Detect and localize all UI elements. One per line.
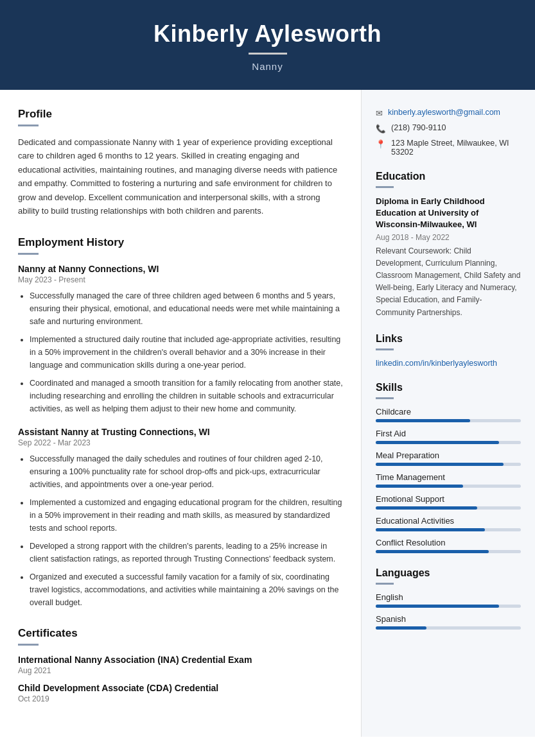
cert-title-1: International Nanny Association (INA) Cr…: [18, 655, 343, 665]
skill-name-1: First Aid: [376, 429, 521, 438]
lang-bar-fill-0: [376, 605, 499, 608]
right-column: ✉ kinberly.aylesworth@gmail.com 📞 (218) …: [362, 90, 535, 737]
address-text: 123 Maple Street, Milwaukee, WI 53202: [391, 139, 521, 157]
skill-bar-bg-4: [376, 506, 521, 510]
lang-bar-bg-0: [376, 605, 521, 608]
education-section: Education Diploma in Early Childhood Edu…: [376, 171, 521, 319]
lang-name-1: Spanish: [376, 614, 521, 624]
job-entry-2: Assistant Nanny at Trusting Connections,…: [18, 427, 343, 609]
lang-name-0: English: [376, 592, 521, 602]
body-layout: Profile Dedicated and compassionate Nann…: [0, 90, 535, 737]
skill-name-0: Childcare: [376, 407, 521, 417]
skills-container: Childcare First Aid Meal Preparation Tim…: [376, 407, 521, 553]
skill-item-4: Emotional Support: [376, 494, 521, 510]
job-dates-1: May 2023 - Present: [18, 275, 343, 284]
email-link[interactable]: kinberly.aylesworth@gmail.com: [388, 108, 500, 117]
skill-item-3: Time Management: [376, 472, 521, 488]
links-divider: [376, 348, 394, 350]
languages-section: Languages English Spanish: [376, 567, 521, 630]
cert-date-1: Aug 2021: [18, 666, 343, 675]
lang-bar-fill-1: [376, 626, 426, 630]
job-bullet-1-2: Implemented a structured daily routine t…: [30, 333, 343, 372]
skill-bar-bg-5: [376, 528, 521, 531]
linkedin-link[interactable]: linkedin.com/in/kinberlyaylesworth: [376, 359, 497, 368]
profile-title: Profile: [18, 108, 343, 121]
skill-bar-fill-0: [376, 419, 470, 422]
job-dates-2: Sep 2022 - Mar 2023: [18, 438, 343, 447]
candidate-title: Nanny: [13, 61, 522, 72]
candidate-name: Kinberly Aylesworth: [13, 21, 522, 47]
skill-name-4: Emotional Support: [376, 494, 521, 504]
education-title: Education: [376, 171, 521, 182]
skill-bar-fill-2: [376, 463, 504, 466]
certificates-section: Certificates International Nanny Associa…: [18, 627, 343, 703]
employment-section: Employment History Nanny at Nanny Connec…: [18, 236, 343, 609]
skill-bar-fill-6: [376, 550, 489, 553]
languages-title: Languages: [376, 567, 521, 579]
cert-title-2: Child Development Associate (CDA) Creden…: [18, 683, 343, 693]
skill-bar-fill-1: [376, 441, 499, 444]
languages-container: English Spanish: [376, 592, 521, 630]
links-section: Links linkedin.com/in/kinberlyaylesworth: [376, 333, 521, 368]
location-icon: 📍: [376, 139, 386, 149]
edu-degree: Diploma in Early Childhood Education at …: [376, 196, 521, 231]
skill-name-6: Conflict Resolution: [376, 538, 521, 547]
skill-name-3: Time Management: [376, 472, 521, 482]
phone-number: (218) 790-9110: [391, 123, 446, 132]
skills-title: Skills: [376, 382, 521, 393]
profile-divider: [18, 125, 39, 126]
skill-item-6: Conflict Resolution: [376, 538, 521, 553]
job-bullet-2-2: Implemented a customized and engaging ed…: [30, 496, 343, 535]
email-icon: ✉: [376, 108, 383, 118]
links-title: Links: [376, 333, 521, 345]
certificates-title: Certificates: [18, 627, 343, 640]
job-bullets-1: Successfully managed the care of three c…: [18, 289, 343, 415]
skill-bar-bg-3: [376, 485, 521, 488]
cert-item-1: International Nanny Association (INA) Cr…: [18, 655, 343, 675]
job-bullet-2-1: Successfully managed the daily schedules…: [30, 452, 343, 491]
employment-divider: [18, 253, 39, 255]
skill-bar-fill-3: [376, 485, 463, 488]
job-bullet-2-3: Developed a strong rapport with the chil…: [30, 540, 343, 565]
skill-bar-fill-4: [376, 506, 477, 510]
resume-header: Kinberly Aylesworth Nanny: [0, 0, 535, 90]
job-entry-1: Nanny at Nanny Connections, WI May 2023 …: [18, 264, 343, 415]
languages-divider: [376, 583, 394, 585]
skills-divider: [376, 397, 394, 399]
skills-section: Skills Childcare First Aid Meal Preparat…: [376, 382, 521, 553]
skill-item-2: Meal Preparation: [376, 451, 521, 466]
job-title-1: Nanny at Nanny Connections, WI: [18, 264, 343, 274]
edu-dates: Aug 2018 - May 2022: [376, 233, 521, 242]
certificates-divider: [18, 644, 39, 646]
skill-name-5: Educational Activities: [376, 516, 521, 526]
lang-item-0: English: [376, 592, 521, 608]
skill-item-5: Educational Activities: [376, 516, 521, 531]
left-column: Profile Dedicated and compassionate Nann…: [0, 90, 362, 737]
skill-bar-bg-1: [376, 441, 521, 444]
contact-email-item: ✉ kinberly.aylesworth@gmail.com: [376, 108, 521, 118]
job-title-2: Assistant Nanny at Trusting Connections,…: [18, 427, 343, 437]
lang-bar-bg-1: [376, 626, 521, 630]
skill-bar-fill-5: [376, 528, 485, 531]
employment-title: Employment History: [18, 236, 343, 249]
cert-date-2: Oct 2019: [18, 694, 343, 703]
education-divider: [376, 186, 394, 188]
cert-item-2: Child Development Associate (CDA) Creden…: [18, 683, 343, 703]
contact-phone-item: 📞 (218) 790-9110: [376, 123, 521, 133]
phone-icon: 📞: [376, 124, 386, 133]
skill-item-0: Childcare: [376, 407, 521, 422]
skill-name-2: Meal Preparation: [376, 451, 521, 460]
skill-item-1: First Aid: [376, 429, 521, 444]
job-bullet-1-3: Coordinated and managed a smooth transit…: [30, 377, 343, 415]
skill-bar-bg-2: [376, 463, 521, 466]
edu-coursework: Relevant Coursework: Child Development, …: [376, 245, 521, 319]
profile-section: Profile Dedicated and compassionate Nann…: [18, 108, 343, 218]
skill-bar-bg-0: [376, 419, 521, 422]
contact-address-item: 📍 123 Maple Street, Milwaukee, WI 53202: [376, 139, 521, 157]
header-underline: [249, 53, 287, 55]
job-bullets-2: Successfully managed the daily schedules…: [18, 452, 343, 609]
job-bullet-1-1: Successfully managed the care of three c…: [30, 289, 343, 328]
profile-text: Dedicated and compassionate Nanny with 1…: [18, 135, 343, 218]
contact-section: ✉ kinberly.aylesworth@gmail.com 📞 (218) …: [376, 108, 521, 157]
skill-bar-bg-6: [376, 550, 521, 553]
